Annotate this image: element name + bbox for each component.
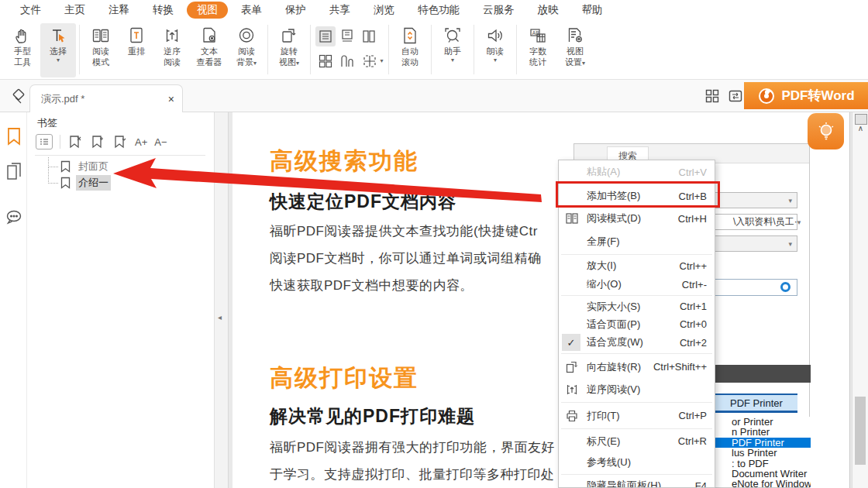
ribbon-label: 手型 xyxy=(14,46,31,57)
continuous-view-button[interactable] xyxy=(337,26,357,46)
ribbon-label: 阅读 xyxy=(92,46,109,57)
add-bookmark-icon[interactable] xyxy=(90,134,105,149)
caret-down-icon: ▾ xyxy=(451,57,454,64)
expand-bookmark-icon[interactable] xyxy=(112,134,128,149)
menu-item-zoom-in[interactable]: 放大(I)Ctrl++ xyxy=(559,256,715,275)
checkmark-icon: ✓ xyxy=(562,334,580,351)
hand-tool-button[interactable]: 手型 工具 xyxy=(5,23,40,69)
collapse-panel-icon[interactable]: ◂ xyxy=(218,313,222,321)
text-select-icon xyxy=(48,25,68,46)
rotate-view-button[interactable]: 旋转 视图▾ xyxy=(271,23,307,69)
menu-item-features[interactable]: 特色功能 xyxy=(418,3,460,17)
search-icon xyxy=(780,282,790,292)
menu-item-actual-size[interactable]: 实际大小(S)Ctrl+1 xyxy=(559,297,715,315)
pages-panel-icon[interactable] xyxy=(5,161,22,181)
delete-bookmark-icon[interactable] xyxy=(67,134,83,149)
facing-continuous-view-button[interactable] xyxy=(337,51,357,71)
doc-subheading-print: 解决常见的PDF打印难题 xyxy=(270,404,475,428)
menu-item-guides[interactable]: 参考线(U) xyxy=(559,452,715,473)
reflow-button[interactable]: 重排 xyxy=(119,23,154,59)
read-aloud-button[interactable]: 朗读 ▾ xyxy=(477,23,513,65)
read-background-button[interactable]: 阅读 背景▾ xyxy=(229,23,264,69)
auto-scroll-icon xyxy=(400,25,420,46)
single-page-view-button[interactable] xyxy=(315,26,336,46)
assistant-button[interactable]: 助手 ▾ xyxy=(435,23,470,65)
toolbar-separator xyxy=(431,25,432,74)
bookmark-label: 封面页 xyxy=(76,159,111,174)
ribbon-label: 设置▾ xyxy=(565,57,585,68)
toolbar-separator xyxy=(60,135,60,149)
view-settings-button[interactable]: 视图 设置▾ xyxy=(556,23,594,69)
tab-close-icon[interactable]: × xyxy=(168,93,174,105)
chevron-down-icon: ▾ xyxy=(797,218,801,226)
menu-item-ruler[interactable]: 标尺(E)Ctrl+R xyxy=(559,431,715,452)
bookmark-item[interactable]: 封面页 xyxy=(59,159,111,174)
menu-item-hide-nav-panel[interactable]: 隐藏导航面板(H)F4 xyxy=(559,476,715,488)
auto-scroll-button[interactable]: 自动 滚动 xyxy=(392,23,428,69)
menu-item-cloud[interactable]: 云服务 xyxy=(483,3,515,17)
caret-down-icon: ▾ xyxy=(296,60,299,67)
scrollbar-thumb[interactable] xyxy=(855,397,866,465)
pdf-to-word-button[interactable]: PDF转Word xyxy=(744,82,868,109)
read-mode-button[interactable]: 阅读 模式 xyxy=(83,23,119,69)
text-viewer-icon xyxy=(199,25,219,46)
bookmarks-panel-icon[interactable] xyxy=(5,126,22,146)
word-count-button[interactable]: AB 字数 统计 xyxy=(520,23,556,69)
scrollbar-split-box[interactable] xyxy=(855,114,867,125)
menu-separator xyxy=(561,428,712,429)
word-count-icon: AB xyxy=(528,25,548,46)
font-decrease-icon[interactable]: A− xyxy=(154,136,167,148)
bookmark-item-selected[interactable]: 介绍一 xyxy=(59,175,111,191)
menu-item-browse[interactable]: 浏览 xyxy=(374,3,394,17)
menu-item-form[interactable]: 表单 xyxy=(241,3,262,17)
menu-item-view[interactable]: 视图 xyxy=(187,2,228,19)
select-tool-button[interactable]: 选择 ▾ xyxy=(40,23,76,77)
toolbar-separator xyxy=(267,25,268,74)
menu-item-read-mode[interactable]: 阅读模式(D)Ctrl+H xyxy=(559,207,715,230)
bookmark-flag-icon xyxy=(59,160,72,174)
comments-panel-icon[interactable] xyxy=(5,208,23,228)
menu-item-print[interactable]: 打印(T)Ctrl+P xyxy=(559,404,715,427)
four-page-view-button[interactable] xyxy=(315,51,336,71)
menu-item-comment[interactable]: 注释 xyxy=(108,3,129,17)
document-tab[interactable]: 演示.pdf * × xyxy=(29,84,183,112)
page-switch-icon[interactable] xyxy=(727,88,744,105)
menu-item-protect[interactable]: 保护 xyxy=(285,3,306,17)
eraser-icon[interactable] xyxy=(9,88,28,106)
ribbon-label: 统计 xyxy=(529,57,546,68)
menu-item-fit-page[interactable]: 适合页面(P)Ctrl+0 xyxy=(559,315,715,333)
text-viewer-button[interactable]: 文本 查看器 xyxy=(190,23,229,69)
menu-item-reverse-read[interactable]: 逆序阅读(V) xyxy=(559,378,715,400)
grid-view-icon[interactable] xyxy=(704,88,721,105)
menu-item-slideshow[interactable]: 放映 xyxy=(538,3,559,17)
panel-splitter[interactable] xyxy=(215,112,229,488)
ribbon-label: 视图▾ xyxy=(279,57,299,68)
menu-item-convert[interactable]: 转换 xyxy=(153,3,174,17)
menu-item-zoom-out[interactable]: 缩小(O)Ctrl+- xyxy=(559,275,715,294)
ribbon-label: 重排 xyxy=(128,46,145,57)
doc-heading-print: 高级打印设置 xyxy=(270,363,418,394)
menu-item-fit-width[interactable]: ✓ 适合宽度(W)Ctrl+2 xyxy=(559,333,715,352)
ribbon-label: 阅读 xyxy=(238,46,255,57)
split-view-button[interactable]: ▾ xyxy=(359,51,387,71)
menu-item-file[interactable]: 文件 xyxy=(20,3,41,17)
bookmarks-panel: 书签 A+ A− 封面页 介绍一 xyxy=(27,112,215,488)
caret-down-icon: ▾ xyxy=(253,60,257,67)
facing-view-button[interactable] xyxy=(359,26,379,46)
menu-item-share[interactable]: 共享 xyxy=(329,3,350,17)
font-increase-icon[interactable]: A+ xyxy=(135,136,147,148)
bookmark-list-options-icon[interactable] xyxy=(36,134,53,149)
toolbar-separator xyxy=(516,25,517,74)
rotate-right-icon xyxy=(564,359,580,375)
menu-item-help[interactable]: 帮助 xyxy=(582,3,603,17)
menu-item-home[interactable]: 主页 xyxy=(64,3,85,17)
menu-item-full-screen[interactable]: 全屏(F) xyxy=(559,230,715,253)
tips-lightbulb-button[interactable] xyxy=(808,113,844,149)
caret-down-icon: ▾ xyxy=(582,60,585,67)
toolbar-separator xyxy=(474,25,474,74)
menu-item-rotate-right[interactable]: 向右旋转(R)Ctrl+Shift++ xyxy=(559,356,715,378)
scroll-up-icon[interactable]: ∧ xyxy=(856,124,866,132)
chevron-down-icon: ▾ xyxy=(788,240,792,248)
reverse-read-button[interactable]: 逆序 阅读 xyxy=(154,23,190,69)
doc-paragraph-line: 福昕PDF阅读器提供文本查找功能(快捷键Ctr xyxy=(270,222,538,240)
